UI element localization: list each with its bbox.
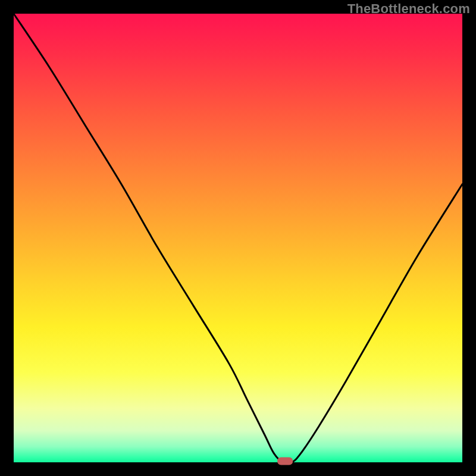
chart-frame: TheBottleneck.com: [0, 0, 476, 476]
plot-area: [14, 14, 462, 462]
bottleneck-chart-svg: [0, 0, 476, 476]
watermark-text: TheBottleneck.com: [347, 1, 470, 17]
optimal-marker: [277, 458, 293, 465]
